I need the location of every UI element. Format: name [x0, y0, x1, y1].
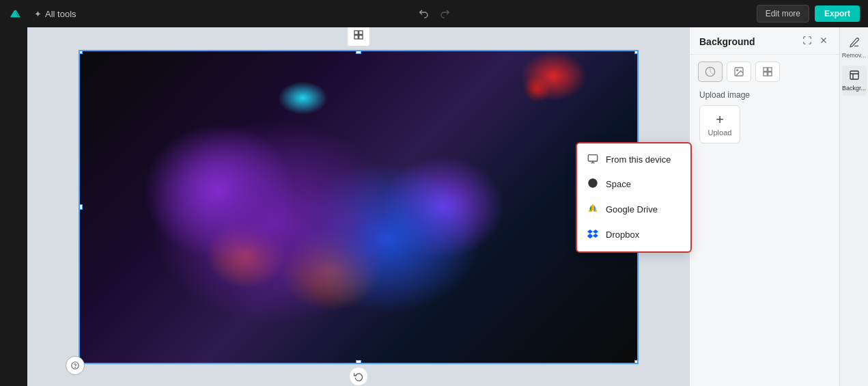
canvas-refresh-button[interactable]	[349, 367, 368, 386]
handle-bottom-right[interactable]	[634, 360, 639, 364]
panel-expand-button[interactable]	[801, 34, 813, 49]
svg-rect-11	[768, 72, 772, 76]
background-panel: Background	[689, 27, 839, 386]
dropdown-item-device[interactable]: From this device	[577, 148, 690, 171]
redo-button[interactable]	[437, 5, 453, 22]
edit-more-button[interactable]: Edit more	[757, 5, 809, 23]
svg-rect-9	[768, 68, 772, 71]
panel-header-icons	[801, 34, 830, 49]
dropdown-item-dropbox[interactable]: Dropbox	[577, 222, 690, 247]
handle-top-right[interactable]	[634, 50, 639, 54]
far-right-background[interactable]: Backgr...	[842, 66, 867, 96]
canvas-image[interactable]	[79, 50, 639, 364]
tab-color[interactable]	[698, 61, 723, 82]
canvas-top-toolbar	[347, 27, 370, 46]
canvas-bottom-toolbar	[349, 367, 368, 386]
panel-close-button[interactable]	[817, 34, 830, 49]
main-content: Background	[0, 27, 868, 386]
svg-rect-13	[588, 155, 597, 161]
remove-icon	[849, 37, 860, 50]
export-button[interactable]: Export	[815, 5, 860, 22]
undo-button[interactable]	[415, 5, 432, 22]
topbar-right-actions: Edit more Export	[757, 5, 860, 23]
handle-top-left[interactable]	[79, 50, 83, 54]
svg-rect-8	[764, 68, 767, 71]
canvas-frame	[79, 50, 639, 364]
all-tools-button[interactable]: ✦ All tools	[34, 9, 76, 19]
svg-rect-2	[354, 35, 358, 38]
canvas-layout-button[interactable]	[347, 27, 370, 46]
topbar: ✦ All tools Edit more Export	[0, 0, 868, 27]
upload-dropdown: From this device Space Google Drive	[576, 142, 692, 253]
panel-tabs	[690, 55, 839, 86]
far-right-remove[interactable]: Remov...	[842, 33, 867, 63]
tab-pattern[interactable]	[755, 61, 780, 82]
dropdown-item-space[interactable]: Space	[577, 171, 690, 197]
svg-rect-0	[354, 31, 358, 34]
handle-top-mid[interactable]	[356, 50, 361, 54]
logo	[8, 6, 23, 21]
handle-bottom-mid[interactable]	[356, 360, 361, 364]
svg-rect-12	[850, 71, 858, 79]
background-icon	[849, 70, 860, 83]
far-right-bar: Remov... Backgr...	[839, 27, 868, 386]
upload-button-label: Upload	[708, 128, 732, 137]
device-icon	[587, 154, 599, 165]
upload-section: Upload image + Upload	[690, 86, 839, 150]
space-icon	[587, 178, 599, 191]
svg-rect-10	[764, 72, 767, 76]
dropbox-icon	[587, 228, 599, 241]
help-button[interactable]	[66, 356, 85, 375]
left-sidebar	[0, 27, 27, 386]
topbar-center-actions	[415, 5, 453, 22]
svg-rect-1	[359, 31, 362, 34]
handle-mid-left[interactable]	[79, 204, 83, 210]
gdrive-icon	[587, 203, 599, 216]
svg-rect-3	[359, 35, 362, 38]
tab-image[interactable]	[727, 61, 751, 82]
panel-title: Background	[699, 36, 755, 47]
upload-button[interactable]: + Upload	[699, 105, 740, 143]
upload-image-label: Upload image	[699, 90, 830, 100]
svg-point-5	[75, 368, 76, 368]
dropdown-item-gdrive[interactable]: Google Drive	[577, 197, 690, 222]
panel-header: Background	[690, 27, 839, 55]
svg-point-7	[737, 70, 738, 71]
